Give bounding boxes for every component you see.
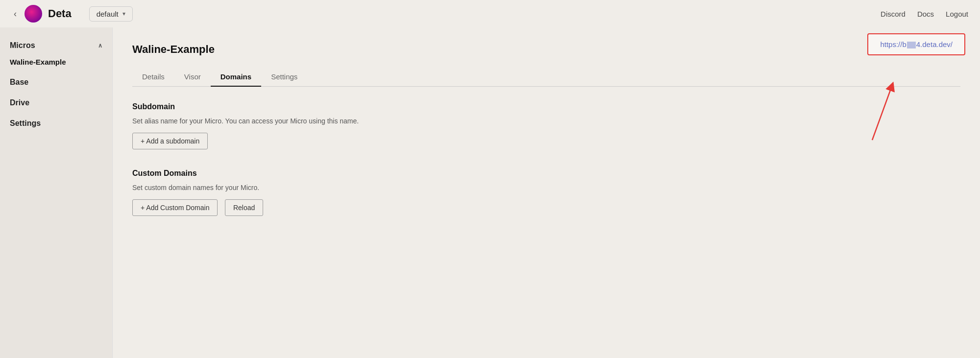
logout-link[interactable]: Logout (946, 10, 968, 18)
sidebar-item-drive[interactable]: Drive (0, 91, 112, 111)
logo-text: Deta (48, 7, 72, 20)
tab-details[interactable]: Details (132, 68, 174, 87)
collapse-icon: ∧ (98, 42, 102, 49)
subdomain-title: Subdomain (132, 102, 960, 111)
sidebar: Micros ∧ Waline-Example Base Drive Setti… (0, 27, 113, 358)
nav-right: Discord Docs Logout (881, 10, 968, 18)
url-highlight (907, 42, 916, 48)
tabs-bar: Details Visor Domains Settings (132, 68, 960, 87)
url-prefix: https://b (880, 40, 906, 48)
micros-section-header[interactable]: Micros ∧ (0, 37, 112, 54)
logo-icon (24, 5, 42, 23)
subdomain-desc: Set alias name for your Micro. You can a… (132, 117, 960, 125)
url-box: https://b4.deta.dev/ (867, 33, 965, 55)
project-name: default (97, 10, 119, 18)
custom-domains-title: Custom Domains (132, 169, 960, 178)
add-subdomain-button[interactable]: + Add a subdomain (132, 133, 208, 149)
micros-label: Micros (10, 41, 35, 50)
custom-domains-desc: Set custom domain names for your Micro. (132, 184, 960, 191)
url-suffix: 4.deta.dev/ (916, 40, 953, 48)
content-area: https://b4.deta.dev/ Waline-Example Deta… (113, 27, 980, 358)
tab-settings[interactable]: Settings (261, 68, 307, 87)
subdomain-section: Subdomain Set alias name for your Micro.… (132, 102, 960, 149)
tab-visor[interactable]: Visor (174, 68, 211, 87)
chevron-down-icon: ▾ (122, 10, 125, 17)
top-nav: ‹ Deta default ▾ Discord Docs Logout (0, 0, 980, 27)
sidebar-item-waline-example[interactable]: Waline-Example (0, 54, 112, 70)
custom-domains-section: Custom Domains Set custom domain names f… (132, 169, 960, 216)
sidebar-item-base[interactable]: Base (0, 70, 112, 91)
discord-link[interactable]: Discord (881, 10, 906, 18)
project-selector[interactable]: default ▾ (89, 6, 133, 22)
reload-button[interactable]: Reload (225, 199, 263, 216)
docs-link[interactable]: Docs (917, 10, 934, 18)
add-custom-domain-button[interactable]: + Add Custom Domain (132, 199, 218, 216)
url-link[interactable]: https://b4.deta.dev/ (880, 40, 953, 48)
tab-domains[interactable]: Domains (211, 68, 261, 87)
page-title: Waline-Example (132, 43, 960, 56)
main-layout: Micros ∧ Waline-Example Base Drive Setti… (0, 27, 980, 358)
nav-left: ‹ Deta default ▾ (12, 5, 133, 23)
back-button[interactable]: ‹ (12, 7, 19, 21)
sidebar-item-settings[interactable]: Settings (0, 111, 112, 132)
